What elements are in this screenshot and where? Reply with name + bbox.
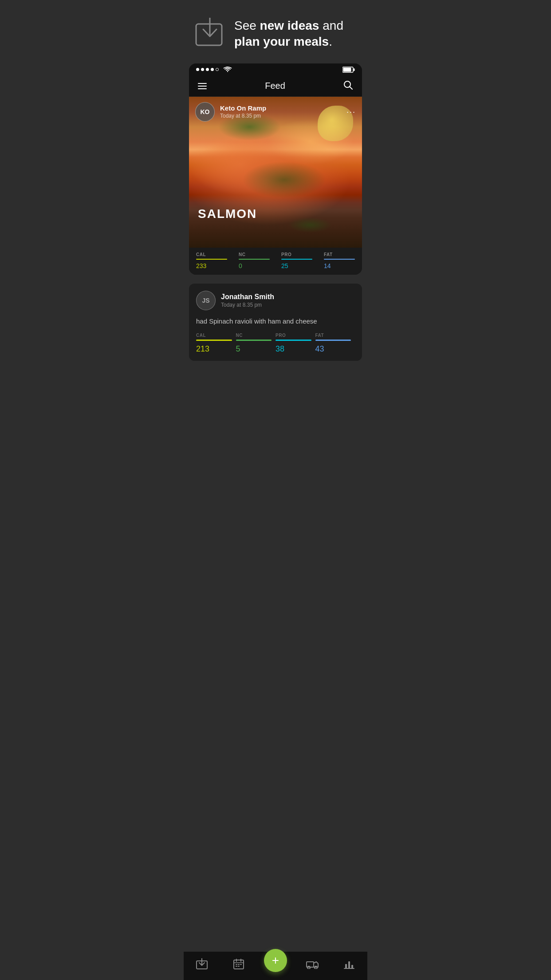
user-name-jonathan: Jonathan Smith (221, 293, 274, 301)
hero-icon (194, 18, 225, 48)
signal-dot-2 (201, 68, 204, 71)
search-icon[interactable] (343, 80, 353, 92)
svg-rect-3 (343, 67, 351, 71)
card-more-button-1[interactable]: ··· (346, 108, 356, 116)
card-user-info-2: Jonathan Smith Today at 8.35 pm (221, 293, 274, 308)
nutrition-fat-1: FAT 14 (324, 252, 355, 269)
pro-bar-line-1 (281, 259, 312, 260)
nutrition-bar-1: CAL 233 NC 0 PRO 25 FAT 14 (189, 248, 362, 275)
svg-rect-4 (354, 68, 355, 71)
status-bar (189, 63, 362, 76)
nutrition-pro-2: PRO 38 (276, 333, 315, 354)
signal-area (196, 67, 232, 73)
pro-line-2 (276, 340, 311, 341)
nav-title: Feed (265, 81, 285, 91)
fat-bar-line-1 (324, 259, 355, 260)
card-header-1: KO Keto On Ramp Today at 8.35 pm ··· (189, 97, 362, 127)
signal-dot-4 (211, 68, 214, 71)
cal-line-2 (196, 340, 232, 341)
nutrition-fat-2: FAT 43 (315, 333, 355, 354)
avatar-js: JS (196, 291, 216, 310)
feed-card-salmon: KO Keto On Ramp Today at 8.35 pm ··· CAL (189, 97, 362, 275)
card-timestamp-1: Today at 8.35 pm (220, 113, 266, 119)
nc-line-2 (236, 340, 272, 341)
nc-bar-line-1 (239, 259, 270, 260)
card-user-info-1: Keto On Ramp Today at 8.35 pm (220, 104, 266, 119)
meal-description: had Spinach ravioli with ham and cheese (196, 316, 355, 326)
nutrition-pro-1: PRO 25 (281, 252, 312, 269)
battery-icon (342, 67, 355, 73)
feed-card-jonathan: JS Jonathan Smith Today at 8.35 pm had S… (189, 284, 362, 361)
hero-section: See new ideas and plan your meals. (184, 0, 367, 63)
signal-dot-1 (196, 68, 199, 71)
card-header-left-1: KO Keto On Ramp Today at 8.35 pm (195, 102, 266, 122)
nutrition-cal-2: CAL 213 (196, 333, 236, 354)
svg-line-6 (350, 87, 353, 89)
nutrition-nc-1: NC 0 (239, 252, 270, 269)
nutrition-grid-2: CAL 213 NC 5 PRO 38 FAT 43 (196, 333, 355, 354)
cal-bar-line-1 (196, 259, 227, 260)
fat-line-2 (315, 340, 351, 341)
nutrition-cal-1: CAL 233 (196, 252, 227, 269)
hamburger-menu[interactable] (198, 83, 207, 89)
signal-dot-3 (206, 68, 209, 71)
avatar-ko: KO (195, 102, 215, 122)
nav-bar: Feed (189, 76, 362, 97)
nutrition-nc-2: NC 5 (236, 333, 276, 354)
card-timestamp-2: Today at 8.35 pm (221, 302, 274, 308)
card-user-name-1: Keto On Ramp (220, 104, 266, 112)
wifi-icon (223, 67, 232, 73)
card-header-2: JS Jonathan Smith Today at 8.35 pm (196, 291, 355, 310)
phone-frame: Feed KO Keto On Ramp Today at 8.35 pm (189, 63, 362, 275)
signal-dot-5 (216, 68, 219, 71)
hero-text: See new ideas and plan your meals. (234, 18, 357, 50)
